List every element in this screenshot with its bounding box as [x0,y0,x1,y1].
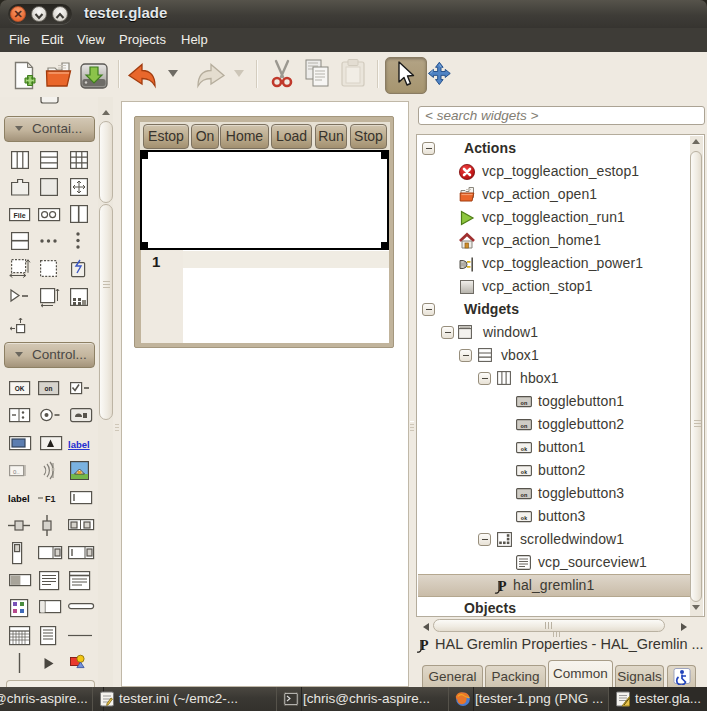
svg-text:label: label [68,439,90,450]
svg-text:0..: 0.. [13,469,20,475]
svg-text:label: label [8,493,30,504]
svg-text:OK: OK [15,385,25,392]
svg-text:F1: F1 [45,494,56,504]
svg-text:on: on [45,385,53,392]
svg-text:File: File [13,212,25,219]
